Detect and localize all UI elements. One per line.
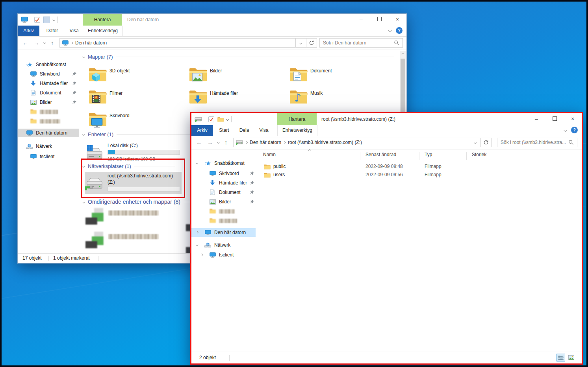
sidebar-item-quick-access[interactable]: Snabbåtkomst xyxy=(191,159,256,168)
address-dropdown-button[interactable] xyxy=(470,138,481,147)
sidebar-item-hamtade-filer[interactable]: Hämtade filer xyxy=(18,79,79,88)
forward-button[interactable]: → xyxy=(33,38,39,48)
tab-arkiv[interactable]: Arkiv xyxy=(191,125,213,136)
this-pc-icon[interactable] xyxy=(21,17,28,23)
properties-icon[interactable] xyxy=(208,116,215,123)
minimize-button[interactable]: – xyxy=(527,113,545,125)
column-separator[interactable] xyxy=(419,152,419,160)
new-folder-icon[interactable] xyxy=(217,116,224,122)
file-row-users[interactable]: users 2022-09-09 09:56 Filmapp xyxy=(258,171,580,179)
group-header-natverksplatser[interactable]: Nätverksplatser (1) xyxy=(83,163,175,169)
breadcrumb-this-pc[interactable]: Den här datorn xyxy=(75,40,107,46)
group-header-mappar[interactable]: Mappar (7) xyxy=(83,54,394,60)
up-button[interactable]: ↑ xyxy=(224,137,228,148)
folder-tile-3d-objekt[interactable]: 3D-objekt xyxy=(89,66,185,86)
sidebar-item-skrivbord[interactable]: Skrivbord xyxy=(18,70,79,78)
sidebar-item-bilder[interactable]: Bilder xyxy=(18,98,79,107)
help-icon[interactable]: ? xyxy=(396,27,403,34)
new-folder-icon[interactable] xyxy=(43,17,50,23)
tab-enhetsverktyg[interactable]: Enhetsverktyg xyxy=(83,26,123,36)
search-icon[interactable] xyxy=(394,40,399,46)
search-icon[interactable] xyxy=(568,140,574,145)
sidebar-item-this-pc[interactable]: Den här datorn xyxy=(18,129,79,137)
expander-chevron-icon[interactable] xyxy=(200,253,203,256)
file-name[interactable]: users xyxy=(273,172,285,177)
help-icon[interactable]: ? xyxy=(571,127,578,133)
sidebar-item-skrivbord[interactable]: Skrivbord xyxy=(191,169,256,178)
sidebar-item-redacted-folder[interactable] xyxy=(191,216,256,225)
folder-tile-hamtade-filer[interactable]: Hämtade filer xyxy=(189,89,286,109)
scroll-up-icon[interactable] xyxy=(401,53,404,55)
file-row-public[interactable]: public 2022-09-09 08:48 Filmapp xyxy=(258,163,580,171)
sidebar-item-redacted-folder[interactable] xyxy=(18,107,79,116)
maximize-button[interactable] xyxy=(545,113,564,125)
collapse-chevron-icon[interactable] xyxy=(82,200,85,203)
tab-start[interactable]: Start xyxy=(214,125,234,136)
sidebar-item-hamtade-filer[interactable]: Hämtade filer xyxy=(191,179,256,187)
properties-icon[interactable] xyxy=(34,17,41,23)
recent-locations-chevron-icon[interactable] xyxy=(217,141,220,144)
search-box[interactable]: Sök i root (\\smb3.hidrive.stra... xyxy=(497,138,577,147)
folder-tile-musik[interactable]: ♪ Musik xyxy=(289,89,386,109)
up-button[interactable]: ↑ xyxy=(51,38,54,48)
tab-dela[interactable]: Dela xyxy=(235,125,254,136)
refresh-button[interactable] xyxy=(306,38,317,48)
sidebar-item-redacted-folder[interactable] xyxy=(18,117,79,125)
collapse-chevron-icon[interactable] xyxy=(82,165,85,168)
sidebar-item-dokument[interactable]: Dokument xyxy=(191,188,256,197)
folder-tile-skrivbord[interactable]: Skrivbord xyxy=(89,111,185,131)
drive-tile-c[interactable]: Lokal disk (C:) 183 GB ledigt av 199 GB xyxy=(85,142,188,165)
tab-enhetsverktyg[interactable]: Enhetsverktyg xyxy=(277,125,317,136)
tab-visa[interactable]: Visa xyxy=(64,26,84,36)
breadcrumb-chevron-icon[interactable] xyxy=(245,141,248,144)
column-header-namn[interactable]: Namn xyxy=(263,152,276,157)
network-drive-tile-z[interactable]: root (\\smb3.hidrive.strato.com) (Z:) xyxy=(85,172,182,194)
breadcrumb-chevron-icon[interactable] xyxy=(70,41,73,44)
close-button[interactable]: × xyxy=(388,14,406,26)
column-header-senast-andrad[interactable]: Senast ändrad xyxy=(365,152,396,157)
close-button[interactable]: × xyxy=(564,113,582,125)
breadcrumb-root-z[interactable]: root (\\smb3.hidrive.strato.com) (Z:) xyxy=(288,140,362,145)
collapse-chevron-icon[interactable] xyxy=(82,133,85,136)
address-dropdown-button[interactable] xyxy=(295,38,306,48)
forward-button[interactable]: → xyxy=(207,137,213,148)
sidebar-item-redacted-folder[interactable] xyxy=(191,207,256,216)
customize-toolbar-chevron-icon[interactable] xyxy=(226,118,229,120)
view-thumbnails-button[interactable] xyxy=(567,354,575,361)
folder-tile-bilder[interactable]: Bilder xyxy=(189,66,286,86)
minimize-button[interactable]: – xyxy=(352,14,370,26)
breadcrumb-chevron-icon[interactable] xyxy=(283,141,286,144)
manage-ribbon-tab[interactable]: Hantera xyxy=(83,14,122,26)
customize-toolbar-chevron-icon[interactable] xyxy=(52,18,55,21)
sidebar-item-tsclient[interactable]: tsclient xyxy=(18,152,79,161)
sidebar-item-dokument[interactable]: Dokument xyxy=(18,89,79,97)
column-header-storlek[interactable]: Storlek xyxy=(472,152,486,157)
address-bar[interactable]: Den här datorn root (\\smb3.hidrive.stra… xyxy=(233,138,470,147)
sidebar-item-bilder[interactable]: Bilder xyxy=(191,197,256,206)
sidebar-item-network[interactable]: Nätverk xyxy=(18,142,79,151)
ribbon-expand-chevron-icon[interactable] xyxy=(388,29,392,33)
expander-chevron-icon[interactable] xyxy=(196,162,198,164)
sidebar-item-tsclient[interactable]: tsclient xyxy=(191,251,256,259)
search-box[interactable]: Sök i Den här datorn xyxy=(319,38,403,48)
refresh-button[interactable] xyxy=(480,138,492,147)
folder-tile-dokument[interactable]: Dokument xyxy=(289,66,386,86)
ribbon-expand-chevron-icon[interactable] xyxy=(564,128,568,132)
redirected-drive-tile[interactable] xyxy=(85,232,188,251)
collapse-chevron-icon[interactable] xyxy=(82,55,85,58)
sidebar-item-quick-access[interactable]: Snabbåtkomst xyxy=(18,60,79,69)
sidebar-item-network[interactable]: Nätverk xyxy=(191,241,256,249)
sidebar-item-this-pc[interactable]: Den här datorn xyxy=(191,228,256,237)
file-name[interactable]: public xyxy=(273,164,286,169)
view-details-button[interactable] xyxy=(556,354,565,361)
tab-dator[interactable]: Dator xyxy=(41,26,63,36)
tab-arkiv[interactable]: Arkiv xyxy=(18,26,39,36)
sort-ascending-icon[interactable] xyxy=(308,149,311,152)
maximize-button[interactable] xyxy=(370,14,388,26)
column-separator[interactable] xyxy=(360,152,360,160)
folder-tile-filmer[interactable]: Filmer xyxy=(89,89,185,109)
column-separator[interactable] xyxy=(466,152,467,160)
column-separator[interactable] xyxy=(498,152,498,160)
expander-chevron-icon[interactable] xyxy=(196,231,198,234)
column-header-typ[interactable]: Typ xyxy=(425,152,432,157)
